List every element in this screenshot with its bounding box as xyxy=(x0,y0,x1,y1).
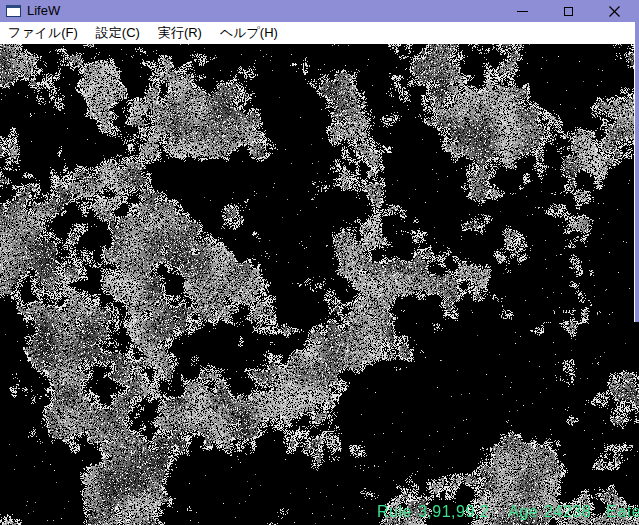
window-title: LifeW xyxy=(27,0,499,22)
menu-bar: ファイル(F) 設定(C) 実行(R) ヘルプ(H) xyxy=(0,22,639,44)
minimize-button[interactable] xyxy=(499,0,545,22)
close-button[interactable] xyxy=(591,0,637,22)
app-icon[interactable] xyxy=(6,5,21,17)
maximize-button[interactable] xyxy=(545,0,591,22)
minimize-icon xyxy=(517,11,528,12)
close-icon xyxy=(609,6,620,17)
eaters-label: Eaters xyxy=(606,503,639,521)
app-window: LifeW ファイル(F) 設定(C) 実行(R) ヘルプ(H) xyxy=(0,0,639,525)
rule-value: 3,91,99,2 xyxy=(418,503,489,521)
menu-item-run[interactable]: 実行(R) xyxy=(149,22,211,44)
rule-label: Rule xyxy=(377,503,412,521)
life-grid-canvas[interactable] xyxy=(0,44,639,525)
status-readout: Rule3,91,99,2Age24238Eaters0 xyxy=(377,503,639,521)
age-label: Age xyxy=(508,503,538,521)
window-border-right xyxy=(634,22,639,322)
title-bar: LifeW xyxy=(0,0,639,22)
life-grid-area xyxy=(0,44,639,525)
maximize-icon xyxy=(564,7,573,16)
menu-item-help[interactable]: ヘルプ(H) xyxy=(211,22,287,44)
menu-item-file[interactable]: ファイル(F) xyxy=(0,22,87,44)
menu-item-settings[interactable]: 設定(C) xyxy=(87,22,149,44)
window-controls xyxy=(499,0,637,22)
age-value: 24238 xyxy=(544,503,591,521)
